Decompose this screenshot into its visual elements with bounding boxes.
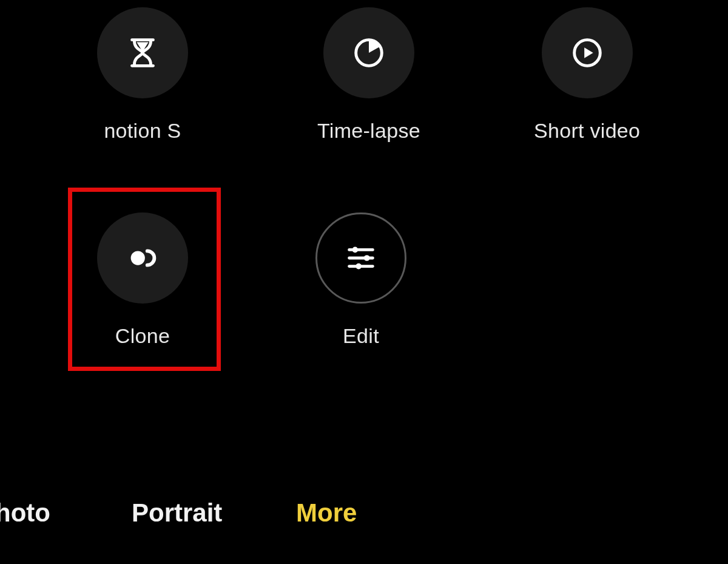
mode-time-lapse[interactable]: Time-lapse (317, 7, 420, 143)
tab-portrait[interactable]: Portrait (132, 498, 222, 528)
svg-point-5 (131, 251, 145, 265)
mode-slow-motion-label: notion S (104, 119, 181, 143)
mode-time-lapse-circle (323, 7, 414, 98)
svg-point-9 (352, 247, 358, 253)
mode-short-video-label: Short video (534, 119, 640, 143)
sliders-icon (342, 239, 380, 277)
clone-icon (124, 239, 161, 277)
mode-clone-label: Clone (115, 324, 170, 348)
time-lapse-icon (350, 34, 388, 72)
mode-clone-circle (97, 212, 188, 304)
hourglass-icon (124, 34, 161, 72)
tab-more[interactable]: More (296, 498, 357, 528)
mode-edit[interactable]: Edit (315, 212, 406, 348)
mode-slow-motion-circle (97, 7, 188, 98)
svg-marker-4 (584, 47, 593, 58)
mode-time-lapse-label: Time-lapse (317, 119, 420, 143)
mode-clone[interactable]: Clone (97, 212, 188, 348)
play-circle-icon (568, 34, 606, 72)
tab-photo[interactable]: hoto (0, 498, 50, 528)
mode-short-video-circle (542, 7, 633, 98)
mode-edit-circle (315, 212, 406, 304)
svg-point-11 (356, 263, 362, 270)
mode-edit-label: Edit (343, 324, 379, 348)
mode-short-video[interactable]: Short video (534, 7, 640, 143)
svg-point-10 (364, 255, 370, 261)
camera-mode-tabs: hoto Portrait More (0, 495, 728, 531)
mode-slow-motion[interactable]: notion S (97, 7, 188, 143)
camera-more-modes-screen: notion S Time-lapse Short video (0, 0, 728, 564)
